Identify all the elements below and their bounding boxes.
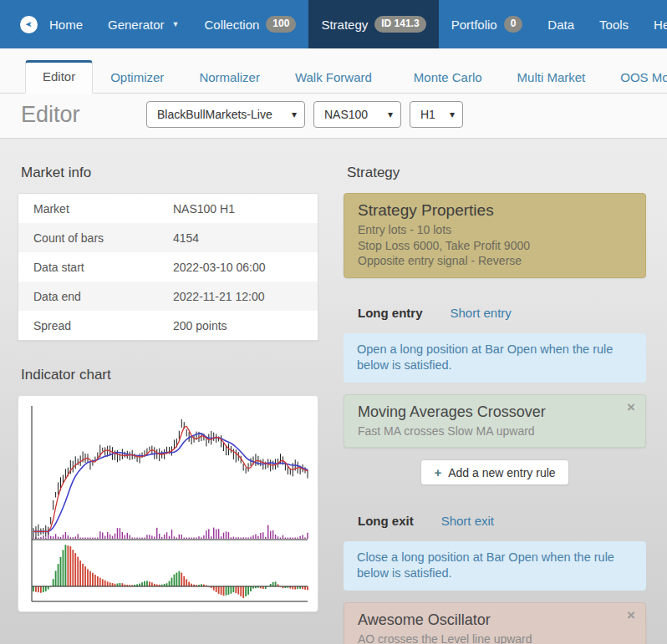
nav-item-home[interactable]: ➤ Home xyxy=(0,0,95,48)
tab-long-exit[interactable]: Long exit xyxy=(358,514,414,528)
collection-count-badge: 100 xyxy=(266,16,296,33)
brand-logo-icon: ➤ xyxy=(20,16,38,33)
tab-walk-forward[interactable]: Walk Forward xyxy=(277,62,390,93)
nav-item-tools[interactable]: Tools xyxy=(587,0,641,48)
nav-label-portfolio: Portfolio xyxy=(451,18,497,32)
nav-label-generator: Generator xyxy=(108,18,165,32)
entry-rule-subtitle: Fast MA crosses Slow MA upward xyxy=(358,423,632,439)
portfolio-count-badge: 0 xyxy=(504,16,523,33)
table-row: Data end 2022-11-21 12:00 xyxy=(18,281,318,311)
close-icon[interactable]: × xyxy=(627,608,635,622)
tab-oos-monitor[interactable]: OOS Monitor xyxy=(603,62,667,93)
row-value: 4154 xyxy=(173,231,318,245)
long-exit-info-box: Close a long position at Bar Open when t… xyxy=(344,541,646,591)
nav-item-collection[interactable]: Collection 100 xyxy=(191,0,308,48)
symbol-select[interactable]: NAS100 xyxy=(313,101,401,128)
close-icon[interactable]: × xyxy=(627,400,635,414)
nav-item-strategy[interactable]: Strategy ID 141.3 xyxy=(308,0,438,48)
nav-label-strategy: Strategy xyxy=(321,18,368,32)
nav-item-generator[interactable]: Generator ▼ xyxy=(95,0,191,48)
period-select-wrap: H1 xyxy=(410,101,463,128)
indicator-chart-card xyxy=(18,395,318,612)
market-info-heading: Market info xyxy=(21,165,318,181)
strategy-properties-line: Stop Loss 6000, Take Profit 9000 xyxy=(358,238,632,254)
row-value: 200 points xyxy=(173,319,318,332)
strategy-properties-title: Strategy Properties xyxy=(358,201,632,220)
tab-optimizer[interactable]: Optimizer xyxy=(93,62,181,93)
entry-rule-title: Moving Averages Crossover xyxy=(358,402,632,422)
market-info-table: Market NAS100 H1 Count of bars 4154 Data… xyxy=(18,193,318,341)
table-row: Market NAS100 H1 xyxy=(18,194,318,223)
plus-icon: + xyxy=(434,465,441,479)
add-entry-rule-label: Add a new entry rule xyxy=(448,466,555,479)
add-rule-row: +Add a new entry rule xyxy=(344,459,646,485)
page-title: Editor xyxy=(21,102,146,128)
data-source-select-wrap: BlackBullMarkets-Live xyxy=(146,101,305,128)
exit-rule-title: Awesome Oscillator xyxy=(358,610,632,630)
long-entry-info-box: Open a long position at Bar Open when th… xyxy=(344,333,646,383)
exit-tabs: Long exit Short exit xyxy=(358,514,646,528)
chevron-down-icon: ▼ xyxy=(172,20,180,28)
tab-long-entry[interactable]: Long entry xyxy=(358,306,423,320)
row-value: 2022-11-21 12:00 xyxy=(173,290,318,303)
nav-label-tools: Tools xyxy=(599,18,629,32)
strategy-heading: Strategy xyxy=(347,165,646,181)
row-label: Data start xyxy=(18,261,173,274)
nav-label-home: Home xyxy=(49,18,83,32)
tab-monte-carlo[interactable]: Monte Carlo xyxy=(396,62,500,93)
strategy-properties-card[interactable]: Strategy Properties Entry lots - 10 lots… xyxy=(344,193,646,278)
main-content: Market info Market NAS100 H1 Count of ba… xyxy=(0,139,667,644)
navbar: ➤ Home Generator ▼ Collection 100 Strate… xyxy=(0,0,667,48)
add-entry-rule-button[interactable]: +Add a new entry rule xyxy=(420,459,568,485)
tab-normalizer[interactable]: Normalizer xyxy=(181,62,277,93)
row-value: 2022-03-10 06:00 xyxy=(173,261,318,274)
table-row: Count of bars 4154 xyxy=(18,223,318,252)
strategy-column: Strategy Strategy Properties Entry lots … xyxy=(344,139,646,644)
row-label: Data end xyxy=(18,290,173,303)
entry-tabs: Long entry Short entry xyxy=(358,306,646,320)
tab-short-entry[interactable]: Short entry xyxy=(451,306,512,320)
symbol-select-wrap: NAS100 xyxy=(313,101,401,128)
nav-label-data: Data xyxy=(547,18,574,32)
row-label: Spread xyxy=(18,319,173,332)
strategy-id-badge: ID 141.3 xyxy=(374,16,425,33)
nav-item-help[interactable]: Help xyxy=(641,0,667,48)
editor-header: Editor BlackBullMarkets-Live NAS100 H1 xyxy=(0,94,667,139)
market-column: Market info Market NAS100 H1 Count of ba… xyxy=(18,139,318,644)
table-row: Data start 2022-03-10 06:00 xyxy=(18,252,318,281)
tab-multi-market[interactable]: Multi Market xyxy=(500,62,603,93)
indicator-chart-heading: Indicator chart xyxy=(21,367,318,383)
period-select[interactable]: H1 xyxy=(410,101,463,128)
entry-rule-card[interactable]: × Moving Averages Crossover Fast MA cros… xyxy=(344,394,646,448)
row-value: NAS100 H1 xyxy=(173,202,318,216)
nav-item-portfolio[interactable]: Portfolio 0 xyxy=(439,0,536,48)
exit-rule-subtitle: AO crosses the Level line upward xyxy=(358,631,632,644)
nav-item-data[interactable]: Data xyxy=(535,0,587,48)
data-source-select[interactable]: BlackBullMarkets-Live xyxy=(146,101,305,128)
tab-short-exit[interactable]: Short exit xyxy=(441,514,494,528)
tab-editor[interactable]: Editor xyxy=(25,60,93,94)
nav-label-help: Help xyxy=(654,18,667,32)
row-label: Market xyxy=(18,202,173,216)
strategy-properties-line: Opposite entry signal - Reverse xyxy=(358,253,632,269)
tab-bar: Editor Optimizer Normalizer Walk Forward… xyxy=(0,48,667,94)
indicator-chart-svg xyxy=(25,403,311,605)
nav-label-collection: Collection xyxy=(204,18,259,32)
strategy-properties-line: Entry lots - 10 lots xyxy=(358,222,632,238)
brand-arrow-icon: ➤ xyxy=(25,20,32,28)
table-row: Spread 200 points xyxy=(18,311,318,340)
exit-rule-card[interactable]: × Awesome Oscillator AO crosses the Leve… xyxy=(344,602,646,644)
row-label: Count of bars xyxy=(18,231,173,245)
